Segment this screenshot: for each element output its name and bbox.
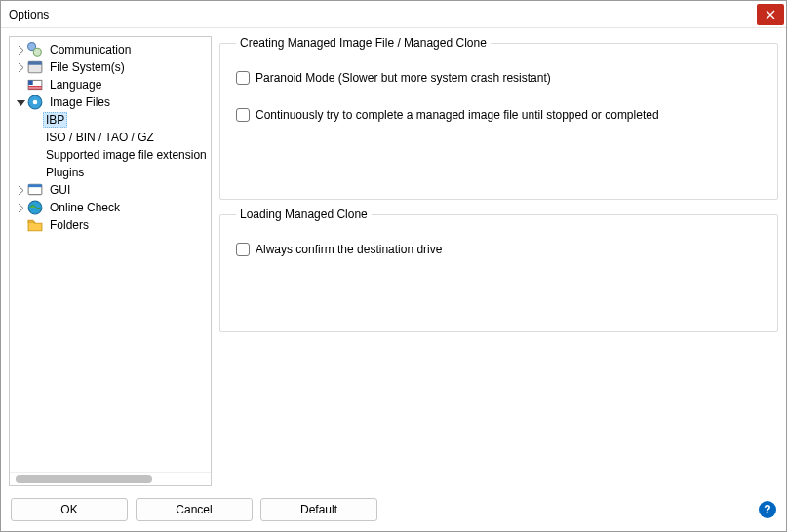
checkbox[interactable] [236, 243, 250, 256]
tree-label: File System(s) [47, 59, 128, 75]
tree-label: Supported image file extension [43, 147, 210, 163]
tree-label: Language [47, 77, 104, 93]
checkbox[interactable] [236, 108, 250, 122]
nav-tree-panel: Communication File System(s) Language Im… [9, 36, 212, 486]
checkbox[interactable] [236, 71, 250, 85]
tree-item-iso-bin-tao-gz[interactable]: ISO / BIN / TAO / GZ [10, 129, 211, 146]
expander-icon[interactable] [14, 204, 27, 212]
checkbox-label: Paranoid Mode (Slower but more system cr… [256, 71, 551, 85]
tree-item-plugins[interactable]: Plugins [10, 164, 211, 181]
cancel-button[interactable]: Cancel [136, 498, 253, 521]
svg-point-1 [33, 48, 41, 56]
ok-button[interactable]: OK [11, 498, 128, 521]
tree-item-supported-ext[interactable]: Supported image file extension [10, 146, 211, 164]
tree-label: ISO / BIN / TAO / GZ [43, 130, 157, 145]
svg-rect-3 [28, 61, 42, 64]
tree-label: IBP [43, 112, 67, 128]
tree-horizontal-scrollbar[interactable] [10, 472, 211, 485]
globe-icon [27, 200, 43, 215]
help-button[interactable]: ? [759, 501, 776, 518]
tree-item-ibp[interactable]: IBP [10, 111, 211, 129]
svg-rect-5 [28, 80, 33, 85]
gui-icon [27, 182, 43, 198]
svg-rect-11 [28, 184, 42, 187]
tree-label: Folders [47, 217, 92, 233]
option-paranoid-mode[interactable]: Paranoid Mode (Slower but more system cr… [236, 71, 762, 85]
image-files-icon [27, 95, 43, 110]
expander-icon[interactable] [14, 63, 27, 72]
folder-icon [27, 217, 43, 233]
default-button[interactable]: Default [260, 498, 377, 521]
expander-icon[interactable] [14, 46, 27, 55]
close-icon [766, 10, 775, 19]
tree-label: Communication [47, 42, 134, 57]
group-loading-managed-clone: Loading Managed Clone Always confirm the… [219, 208, 778, 332]
option-always-confirm-destination[interactable]: Always confirm the destination drive [236, 243, 762, 256]
options-dialog: Options Communication File System(s) [0, 0, 787, 532]
tree-item-online-check[interactable]: Online Check [10, 199, 211, 216]
tree-label: GUI [47, 182, 73, 198]
svg-rect-6 [28, 86, 42, 87]
tree-label: Plugins [43, 165, 87, 180]
tree-item-language[interactable]: Language [10, 76, 211, 94]
tree-item-image-files[interactable]: Image Files [10, 94, 211, 111]
svg-rect-7 [28, 88, 42, 89]
button-bar: OK Cancel Default ? [1, 494, 786, 531]
expander-icon[interactable] [14, 186, 27, 195]
tree-item-file-systems[interactable]: File System(s) [10, 58, 211, 76]
checkbox-label: Always confirm the destination drive [256, 243, 442, 256]
nav-tree[interactable]: Communication File System(s) Language Im… [10, 37, 211, 472]
option-continuously-try[interactable]: Continuously try to complete a managed i… [236, 108, 762, 122]
tree-label: Image Files [47, 95, 113, 110]
checkbox-label: Continuously try to complete a managed i… [256, 108, 659, 122]
group-legend: Loading Managed Clone [236, 208, 372, 221]
tree-label: Online Check [47, 200, 123, 215]
filesystem-icon [27, 59, 43, 75]
dialog-body: Communication File System(s) Language Im… [1, 28, 786, 494]
close-button[interactable] [757, 4, 784, 25]
svg-point-9 [33, 100, 38, 105]
group-legend: Creating Managed Image File / Managed Cl… [236, 36, 491, 50]
tree-item-communication[interactable]: Communication [10, 41, 211, 58]
content-pane: Creating Managed Image File / Managed Cl… [219, 36, 778, 486]
tree-item-gui[interactable]: GUI [10, 181, 211, 199]
expander-icon[interactable] [14, 98, 27, 107]
titlebar: Options [1, 1, 786, 28]
tree-item-folders[interactable]: Folders [10, 216, 211, 234]
group-creating-managed: Creating Managed Image File / Managed Cl… [219, 36, 778, 200]
language-icon [27, 77, 43, 93]
communication-icon [27, 42, 43, 57]
window-title: Options [9, 8, 757, 21]
scrollbar-thumb[interactable] [16, 475, 152, 483]
